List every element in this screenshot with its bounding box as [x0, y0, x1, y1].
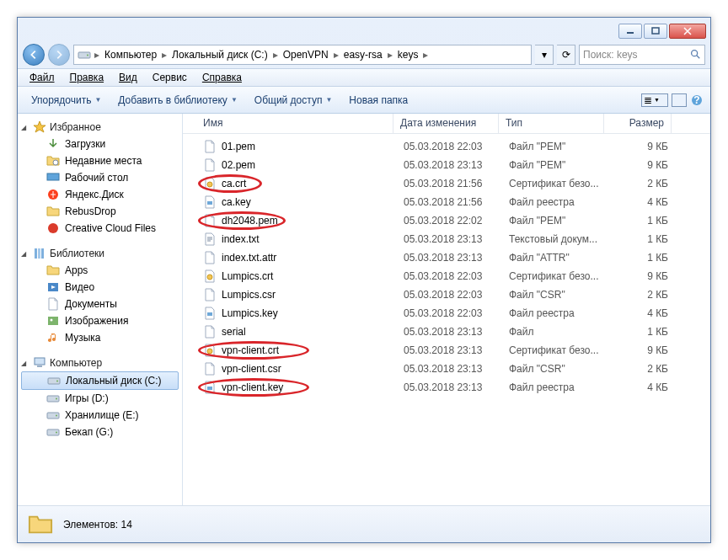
file-row[interactable]: ca.crt05.03.2018 21:56Сертификат безо...…	[183, 174, 710, 193]
maximize-button[interactable]	[644, 24, 667, 39]
file-row[interactable]: serial05.03.2018 23:13Файл1 КБ	[183, 323, 710, 341]
file-row[interactable]: vpn-client.crt05.03.2018 23:13Сертификат…	[183, 341, 710, 360]
sidebar-group-header[interactable]: Компьютер	[18, 355, 182, 371]
file-date: 05.03.2018 22:03	[397, 289, 502, 301]
tool-share[interactable]: Общий доступ▼	[248, 92, 340, 109]
sidebar-item[interactable]: Музыка	[18, 329, 182, 346]
file-name: dh2048.pem	[222, 215, 278, 227]
preview-pane-button[interactable]	[672, 93, 687, 107]
file-date: 05.03.2018 23:13	[397, 381, 502, 393]
file-name: vpn-client.crt	[222, 344, 279, 356]
i-star-icon	[33, 120, 46, 134]
file-list[interactable]: 01.pem05.03.2018 22:03Файл "PEM"9 КБ02.p…	[183, 134, 710, 505]
file-name: Lumpics.csr	[222, 289, 276, 301]
navigation-pane[interactable]: ИзбранноеЗагрузкиНедавние местаРабочий с…	[18, 114, 183, 505]
menu-tools[interactable]: Сервис	[146, 70, 194, 85]
file-type: Файл "CSR"	[502, 363, 608, 375]
col-type[interactable]: Тип	[499, 114, 604, 133]
sidebar-item[interactable]: Недавние места	[18, 152, 182, 169]
folder-o-icon	[46, 205, 60, 218]
chevron-right-icon: ▸	[334, 49, 339, 61]
file-size: 9 КБ	[608, 270, 675, 282]
sidebar-item[interactable]: RebusDrop	[18, 203, 182, 220]
breadcrumb-segment[interactable]: easy-rsa	[342, 49, 384, 61]
file-date: 05.03.2018 21:56	[397, 178, 502, 189]
breadcrumb[interactable]: ▸ Компьютер▸Локальный диск (C:)▸OpenVPN▸…	[73, 45, 532, 65]
sidebar-item[interactable]: Хранилище (E:)	[18, 407, 182, 424]
col-size[interactable]: Размер	[604, 114, 672, 133]
file-icon	[203, 288, 217, 301]
file-type: Файл реестра	[502, 381, 608, 393]
minimize-button[interactable]	[618, 24, 642, 39]
statusbar: Элементов: 14	[18, 505, 710, 542]
sidebar-group-header[interactable]: Библиотеки	[18, 245, 182, 262]
file-row[interactable]: index.txt.attr05.03.2018 23:13Файл "ATTR…	[183, 248, 710, 267]
file-row[interactable]: dh2048.pem05.03.2018 22:02Файл "PEM"1 КБ	[183, 211, 710, 230]
file-row[interactable]: 01.pem05.03.2018 22:03Файл "PEM"9 КБ	[183, 137, 710, 156]
tool-organize[interactable]: Упорядочить▼	[24, 92, 108, 109]
view-mode-button[interactable]: ≣▼	[641, 93, 668, 107]
sidebar-item[interactable]: Рабочий стол	[18, 169, 182, 186]
drive-icon	[78, 48, 91, 61]
file-icon	[203, 307, 217, 320]
file-name: 02.pem	[222, 159, 255, 171]
chevron-right-icon: ▸	[388, 49, 393, 61]
menu-help[interactable]: Справка	[195, 70, 249, 85]
sidebar-item[interactable]: Загрузки	[18, 136, 182, 152]
cc-icon	[46, 221, 60, 235]
file-type: Сертификат безо...	[502, 344, 608, 356]
menu-view[interactable]: Вид	[112, 70, 144, 85]
file-row[interactable]: index.txt05.03.2018 23:13Текстовый докум…	[183, 230, 710, 248]
sidebar-item[interactable]: Apps	[18, 262, 182, 279]
sidebar-item[interactable]: Локальный диск (C:)	[21, 371, 179, 390]
file-row[interactable]: vpn-client.csr05.03.2018 23:13Файл "CSR"…	[183, 360, 710, 378]
sidebar-item[interactable]: Изображения	[18, 312, 182, 329]
sidebar-item-label: Документы	[65, 298, 117, 310]
menu-file[interactable]: Файл	[23, 70, 62, 85]
svg-rect-19	[652, 28, 659, 34]
file-icon	[203, 214, 217, 227]
help-icon[interactable]	[690, 93, 704, 107]
breadcrumb-segment[interactable]: Локальный диск (C:)	[170, 49, 270, 61]
chevron-right-icon: ▸	[273, 49, 278, 61]
breadcrumb-segment[interactable]: Компьютер	[103, 49, 158, 61]
sidebar-item[interactable]: Документы	[18, 296, 182, 312]
nav-forward-button[interactable]	[48, 44, 70, 66]
address-dropdown-button[interactable]: ▾	[535, 45, 554, 65]
sidebar-item[interactable]: Игры (D:)	[18, 390, 182, 407]
sidebar-item[interactable]: Creative Cloud Files	[18, 220, 182, 237]
file-size: 4 КБ	[608, 196, 675, 208]
col-date[interactable]: Дата изменения	[393, 114, 499, 133]
file-row[interactable]: vpn-client.key05.03.2018 23:13Файл реест…	[183, 378, 710, 397]
file-icon	[203, 269, 217, 283]
file-icon	[203, 251, 217, 264]
column-headers[interactable]: Имя Дата изменения Тип Размер	[183, 114, 710, 134]
sidebar-item-label: Хранилище (E:)	[65, 409, 138, 421]
file-date: 05.03.2018 21:56	[397, 196, 502, 208]
tool-add-library[interactable]: Добавить в библиотеку▼	[111, 92, 244, 109]
refresh-button[interactable]: ⟳	[557, 45, 575, 65]
sidebar-group-header[interactable]: Избранное	[18, 119, 182, 136]
file-row[interactable]: Lumpics.key05.03.2018 22:03Файл реестра4…	[183, 304, 710, 323]
sidebar-item[interactable]: Видео	[18, 279, 182, 296]
sidebar-item-label: Apps	[65, 264, 88, 276]
file-row[interactable]: 02.pem05.03.2018 23:13Файл "PEM"9 КБ	[183, 156, 710, 174]
sidebar-item-label: Бекап (G:)	[65, 426, 113, 438]
file-row[interactable]: Lumpics.crt05.03.2018 22:03Сертификат бе…	[183, 267, 710, 285]
menu-edit[interactable]: Правка	[63, 70, 111, 85]
download-icon	[46, 137, 60, 151]
search-input[interactable]: Поиск: keys	[579, 45, 705, 65]
col-name[interactable]: Имя	[183, 114, 393, 133]
breadcrumb-segment[interactable]: keys	[396, 49, 420, 61]
sidebar-item[interactable]: Яндекс.Диск	[18, 186, 182, 203]
titlebar	[18, 18, 710, 41]
breadcrumb-segment[interactable]: OpenVPN	[281, 49, 330, 61]
file-row[interactable]: ca.key05.03.2018 21:56Файл реестра4 КБ	[183, 193, 710, 211]
file-date: 05.03.2018 22:02	[397, 215, 502, 227]
sidebar-item[interactable]: Бекап (G:)	[18, 424, 182, 440]
file-size: 1 КБ	[608, 233, 675, 245]
close-button[interactable]	[669, 24, 706, 39]
nav-back-button[interactable]	[23, 44, 45, 66]
tool-new-folder[interactable]: Новая папка	[342, 92, 415, 109]
file-row[interactable]: Lumpics.csr05.03.2018 22:03Файл "CSR"2 К…	[183, 285, 710, 304]
